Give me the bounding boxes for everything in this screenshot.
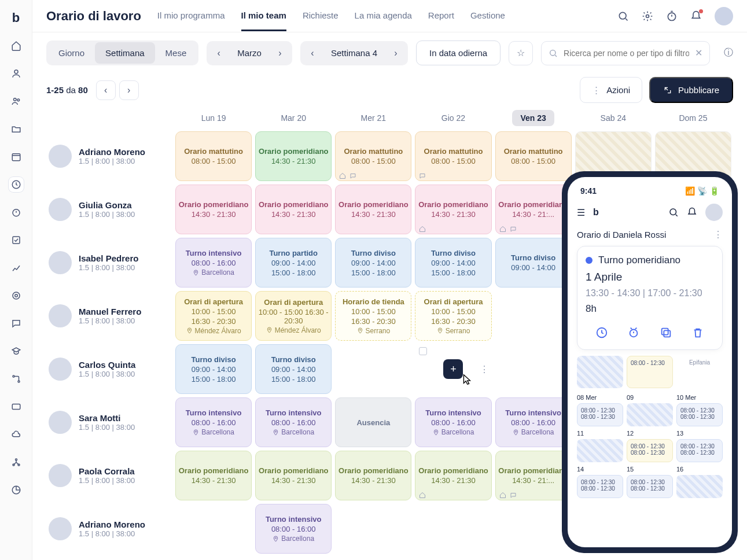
folder-icon[interactable]	[9, 121, 24, 137]
schedule-cell[interactable]: Turno intensivo08:00 - 16:00Barcellona	[413, 396, 493, 449]
user-icon[interactable]	[9, 66, 24, 81]
cal-day[interactable]: 1308:00 - 12:3008:00 - 12:30	[676, 430, 723, 462]
calendar-icon[interactable]	[9, 149, 24, 164]
cal-day[interactable]: 09	[627, 394, 673, 426]
clock-action-icon[interactable]	[593, 324, 610, 341]
cal-day[interactable]: 1508:00 - 12:3008:00 - 12:30	[627, 466, 673, 498]
schedule-cell[interactable]: Orario pomeridiano14:30 - 21:...	[494, 449, 573, 502]
shift-block[interactable]: Turno intensivo08:00 - 16:00Barcellona	[255, 397, 332, 447]
publish-button[interactable]: Pubblicare	[649, 77, 733, 103]
shift-block[interactable]: Orario mattutino08:00 - 15:00	[495, 131, 572, 181]
shift-block[interactable]: Orari di apertura10:00 - 15:0016:30 - 20…	[415, 291, 491, 341]
schedule-cell[interactable]: Orari di apertura10:00 - 15:0016:30 - 20…	[413, 289, 493, 342]
shift-block[interactable]: Turno partido09:00 - 14:0015:00 - 18:00	[255, 238, 332, 288]
shift-block[interactable]: Turno diviso09:00 - 14:0015:00 - 18:00	[415, 238, 491, 288]
shift-block[interactable]: Turno diviso09:00 - 14:0015:00 - 18:00	[335, 238, 411, 288]
month-next[interactable]: ›	[270, 43, 290, 64]
phone-search-icon[interactable]	[668, 207, 679, 218]
clear-icon[interactable]: ✕	[695, 47, 702, 58]
phone-avatar[interactable]	[705, 204, 723, 221]
schedule-cell[interactable]: +⋮	[413, 342, 493, 396]
schedule-cell[interactable]: Horario de tienda10:00 - 15:0016:30 - 20…	[333, 289, 413, 342]
shift-block[interactable]: Orario pomeridiano14:30 - 21:30	[335, 451, 411, 500]
shift-block[interactable]: Horario de tienda10:00 - 15:0016:30 - 20…	[335, 291, 411, 341]
schedule-cell[interactable]	[494, 502, 573, 555]
shift-block[interactable]: Orario pomeridiano14:30 - 21:30	[175, 185, 252, 234]
schedule-cell[interactable]: Ausencia	[333, 396, 413, 449]
home-icon[interactable]	[9, 38, 24, 53]
pie-icon[interactable]	[9, 482, 24, 498]
schedule-cell[interactable]: Turno intensivo08:00 - 16:00Barcellona	[494, 396, 573, 449]
schedule-cell[interactable]: Orario mattutino08:00 - 15:00	[174, 130, 253, 183]
employee-cell[interactable]: Adriano Moreno1.5 | 8:00 | 38:00	[46, 502, 174, 555]
month-prev[interactable]: ‹	[208, 43, 229, 64]
cell-checkbox[interactable]	[419, 347, 427, 355]
schedule-cell[interactable]: Orario pomeridiano14:30 - 21:30	[413, 183, 493, 236]
cal-day[interactable]: 1408:00 - 12:3008:00 - 12:30	[577, 466, 623, 498]
shift-block[interactable]: Orario pomeridiano14:30 - 21:30	[335, 185, 411, 234]
alarm-action-icon[interactable]	[625, 324, 642, 341]
flow-icon[interactable]	[9, 371, 24, 386]
schedule-cell[interactable]: Turno intensivo08:00 - 16:00Barcellona	[253, 502, 333, 555]
employee-cell[interactable]: Adriano Moreno1.5 | 8:00 | 38:00	[46, 130, 174, 183]
tab-report[interactable]: Report	[428, 1, 454, 31]
view-giorno[interactable]: Giorno	[48, 42, 95, 64]
timer-icon[interactable]	[9, 205, 24, 220]
cal-day[interactable]: 08 Mer08:00 - 12:3008:00 - 12:30	[577, 394, 623, 426]
search-input[interactable]	[564, 49, 689, 58]
search-icon[interactable]	[617, 10, 629, 22]
today-button[interactable]: In data odierna	[416, 40, 501, 65]
schedule-cell[interactable]: Orario pomeridiano14:30 - 21:30	[253, 183, 333, 236]
schedule-cell[interactable]: Orario pomeridiano14:30 - 21:30	[413, 449, 493, 502]
tab-richieste[interactable]: Richieste	[303, 1, 338, 31]
shift-block[interactable]: Turno diviso09:00 - 14:0015:00 - 18:00	[175, 344, 252, 394]
bell-icon[interactable]	[690, 10, 702, 22]
card-icon[interactable]	[9, 399, 24, 414]
cal-day[interactable]: 11	[577, 430, 623, 462]
employee-cell[interactable]: Manuel Ferrero1.5 | 8:00 | 38:00	[46, 289, 174, 342]
shift-block[interactable]: Turno diviso09:00 - 14:0015:00 - 18:00	[255, 344, 332, 394]
employee-cell[interactable]: Sara Motti1.5 | 8:00 | 38:00	[46, 396, 174, 449]
schedule-cell[interactable]: Orario mattutino08:00 - 15:00	[413, 130, 493, 183]
copy-action-icon[interactable]	[657, 324, 675, 341]
delete-action-icon[interactable]	[689, 324, 706, 341]
shift-block[interactable]: Orario pomeridiano14:30 - 21:30	[175, 451, 252, 500]
cell-more-icon[interactable]: ⋮	[480, 364, 489, 375]
phone-more-icon[interactable]: ⋮	[713, 229, 723, 240]
checkbox-icon[interactable]	[9, 233, 24, 248]
view-mese[interactable]: Mese	[155, 42, 197, 64]
schedule-cell[interactable]: Orario pomeridiano14:30 - 21:30	[333, 183, 413, 236]
shift-block[interactable]: Ausencia	[335, 397, 411, 447]
schedule-cell[interactable]: Turno intensivo08:00 - 16:00Barcellona	[174, 396, 253, 449]
schedule-cell[interactable]: Turno intensivo08:00 - 16:00Barcellona	[253, 396, 333, 449]
shift-block[interactable]: Orario pomeridiano14:30 - 21:30	[255, 185, 332, 234]
chat-icon[interactable]	[9, 316, 24, 331]
shift-block[interactable]: Turno intensivo08:00 - 16:00Barcellona	[175, 397, 252, 447]
cal-day[interactable]: 10 Mer08:00 - 12:3008:00 - 12:30	[676, 394, 723, 426]
shift-block[interactable]: Orario mattutino08:00 - 15:00	[415, 131, 491, 181]
schedule-cell[interactable]: Turno partido09:00 - 14:0015:00 - 18:00	[253, 236, 333, 289]
tab-la-mia-agenda[interactable]: La mia agenda	[355, 1, 412, 31]
schedule-cell[interactable]	[174, 502, 253, 555]
schedule-cell[interactable]: Turno intensivo08:00 - 16:00Barcellona	[174, 236, 253, 289]
view-settimana[interactable]: Settimana	[95, 42, 155, 64]
favorite-button[interactable]: ☆	[509, 41, 533, 65]
employee-cell[interactable]: Carlos Quinta1.5 | 8:00 | 38:00	[46, 342, 174, 396]
tab-gestione[interactable]: Gestione	[470, 1, 505, 31]
shift-block[interactable]: Turno intensivo08:00 - 16:00Barcellona	[495, 397, 572, 447]
stopwatch-icon[interactable]	[666, 10, 678, 22]
org-icon[interactable]	[9, 455, 24, 470]
cloud-icon[interactable]	[9, 427, 24, 442]
week-prev[interactable]: ‹	[302, 43, 323, 64]
actions-button[interactable]: ⋮Azioni	[580, 77, 642, 103]
employee-cell[interactable]: Isabel Pedrero1.5 | 8:00 | 38:00	[46, 236, 174, 289]
chart-icon[interactable]	[9, 260, 24, 275]
schedule-cell[interactable]: Orario pomeridiano14:30 - 21:30	[253, 130, 333, 183]
schedule-cell[interactable]	[333, 502, 413, 555]
menu-icon[interactable]: ☰	[577, 207, 585, 218]
cal-cell[interactable]: 08:00 - 12:30	[627, 356, 673, 388]
page-next[interactable]: ›	[119, 80, 139, 100]
cal-cell[interactable]	[577, 356, 623, 388]
employee-cell[interactable]: Giulia Gonza1.5 | 8:00 | 38:00	[46, 183, 174, 236]
cal-day[interactable]: 1208:00 - 12:3008:00 - 12:30	[627, 430, 673, 462]
